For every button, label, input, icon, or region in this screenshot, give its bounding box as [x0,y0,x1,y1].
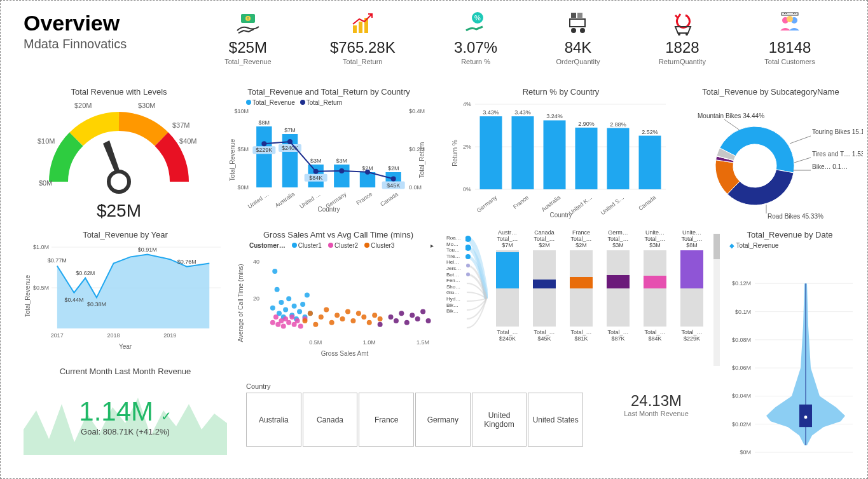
svg-text:$8M: $8M [259,119,270,126]
svg-text:$0.38M: $0.38M [87,301,106,307]
svg-point-168 [426,318,431,323]
kpi-label: ReturnQuantity [659,58,706,65]
gauge-value: $25M [24,201,214,221]
svg-point-143 [270,320,275,325]
sankey-column[interactable]: Unite…Total_…$3MTotal_…$84K [640,230,670,342]
svg-point-150 [329,320,334,325]
slicer-cell[interactable]: United States [528,393,583,447]
svg-rect-41 [334,165,349,187]
kpi-value: 84K [556,39,600,57]
money-hand-icon: $ [224,11,271,36]
area-chart[interactable]: $0.5M$1.0M$0.77M$0.44M$0.62M$0.38M$0.91M… [24,242,227,350]
violin-title: Total_Revenue by Date [723,230,857,240]
cart-boxes-icon [556,11,600,36]
svg-text:Tires and T… 1.53%: Tires and T… 1.53% [812,151,863,158]
kpi-value: $765.28K [330,39,396,57]
legend-next-icon[interactable]: ▸ [431,242,434,249]
gauge-tick: $0M [39,179,52,187]
svg-text:$0.91M: $0.91M [138,246,157,253]
kpi-row: $$25MTotal_Revenue$765.28KTotal_Return%3… [195,11,844,65]
scatter-legend: Customer… Cluster1 Cluster2 Cluster3 ▸ [249,242,440,249]
svg-point-137 [286,320,291,325]
svg-text:Total_Revenue: Total_Revenue [229,138,236,181]
month-kpi-goal: Goal: 808.71K (+41.2%) [24,427,227,436]
legend-title: Customer… [249,242,286,249]
gauge-tick: $20M [74,102,92,109]
slicer-cell[interactable]: Germany [415,393,471,447]
svg-point-146 [308,311,313,316]
donut-title: Total_Revenue by SubcategoryName [679,87,863,97]
svg-text:0.0M: 0.0M [409,184,422,191]
svg-point-13 [678,33,680,36]
svg-text:Germany: Germany [476,194,499,213]
svg-text:Touring Bikes 15.13%: Touring Bikes 15.13% [812,128,863,135]
svg-point-124 [286,296,291,301]
svg-point-19 [109,172,129,192]
svg-point-165 [410,313,415,318]
scatter-panel: Gross Sales Amt vs Avg Call Time (mins) … [237,230,440,363]
returnpct-chart[interactable]: 0%2%4%3.43%Germany3.43%France3.24%Austra… [450,99,672,220]
violin-chart[interactable]: $0M$0.02M$0.04M$0.06M$0.08M$0.1M$0.12M [723,249,857,459]
donut-chart[interactable]: Mountain Bikes 34.44%Touring Bikes 15.13… [679,99,863,223]
sankey-panel[interactable]: Roa…Mo…Tou…Tire…Hel…Jers…Bot…Fen…Sho…Glo… [446,230,720,370]
last-month-value: 24.13M [596,392,717,410]
svg-rect-70 [512,116,534,189]
month-kpi-panel: Current Month Last Month Revenue 1.14M ✓… [24,367,227,462]
svg-text:Australia: Australia [274,191,296,208]
gauge-tick: $10M [38,137,55,145]
svg-text:United S…: United S… [600,194,625,217]
sankey-column[interactable]: Unite…Total_…$8MTotal_…$229K [677,230,707,342]
area-panel: Total_Revenue by Year $0.5M$1.0M$0.77M$0… [24,230,227,354]
scatter-chart[interactable]: 20400.5M1.0M1.5MAverage of Call Time (mi… [237,249,440,357]
kpi-card: %3.07%Return % [454,11,497,65]
slicer-cell[interactable]: United Kingdom [472,393,527,447]
gauge-title: Total Revenue with Levels [24,87,214,97]
sankey-scrollbar[interactable] [713,234,720,366]
svg-point-12 [580,28,585,33]
svg-point-131 [305,292,310,297]
svg-text:2.52%: 2.52% [642,129,658,135]
svg-text:Canada: Canada [379,191,399,207]
last-month-label: Last Month Revenue [596,410,717,417]
kpi-label: Return % [454,58,497,65]
svg-text:Road Bikes 45.33%: Road Bikes 45.33% [768,213,823,220]
svg-text:2%: 2% [463,144,471,150]
svg-text:1.0M: 1.0M [363,339,376,346]
svg-rect-73 [544,120,566,189]
svg-line-93 [790,136,811,144]
slicer-cell[interactable]: Australia [246,393,301,447]
combo-chart[interactable]: $0M$5M$10M0.0M$0.2M$0.4M$8M$229KUnited …… [227,106,431,214]
slicer-cell[interactable]: France [359,393,414,447]
scatter-title: Gross Sales Amt vs Avg Call Time (mins) [237,230,440,240]
svg-point-138 [289,314,294,320]
svg-point-155 [356,311,361,316]
customers-icon [764,11,815,36]
svg-text:Average of Call Time (mins): Average of Call Time (mins) [237,264,244,342]
sankey-column[interactable]: Austr…Total_…$7MTotal_…$240K [492,230,523,342]
svg-point-154 [350,318,355,323]
returnpct-title: Return % by Country [450,87,672,97]
combo-title: Total_Revenue and Total_Return by Countr… [227,87,431,97]
gauge-tick: $40M [179,137,197,145]
svg-text:0.5M: 0.5M [309,339,322,346]
legend-item: Total_Return [307,99,343,106]
svg-text:0%: 0% [463,186,471,192]
kpi-value: 3.07% [454,39,497,57]
svg-text:20: 20 [253,295,259,302]
svg-text:Australia: Australia [540,194,561,213]
svg-point-52 [261,141,266,146]
sankey-column[interactable]: FranceTotal_…$2MTotal_…$81K [566,230,596,342]
svg-text:$84K: $84K [309,175,322,181]
sankey-column[interactable]: CanadaTotal_…$2MTotal_…$45K [529,230,560,342]
svg-point-158 [372,313,377,318]
slicer-cell[interactable]: Canada [303,393,358,447]
kpi-label: Total Customers [764,58,815,65]
legend-item: Cluster2 [334,242,358,249]
svg-point-144 [273,314,279,320]
sankey-column[interactable]: Germ…Total_…$3MTotal_…$87K [603,230,633,342]
svg-text:France: France [512,194,530,210]
svg-text:Return %: Return % [451,140,458,166]
month-kpi-value: 1.14M ✓ [24,379,227,427]
kpi-label: OrderQuantity [556,58,600,65]
growth-chart-icon [330,11,396,36]
